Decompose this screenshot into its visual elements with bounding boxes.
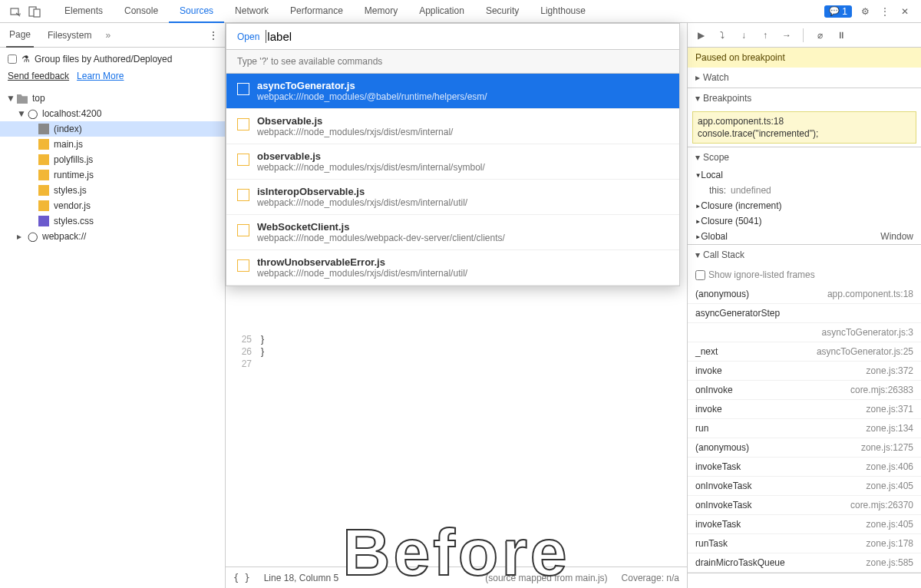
stack-frame[interactable]: onInvokeTaskcore.mjs:26370 [688,496,921,515]
open-label: Open [237,31,259,42]
group-checkbox[interactable] [8,55,17,64]
tab-application[interactable]: Application [408,0,475,23]
gear-icon[interactable]: ⚙ [858,5,872,18]
tree-top[interactable]: ▼top [0,91,225,106]
stack-frame[interactable]: runzone.js:134 [688,419,921,438]
open-result-0[interactable]: asyncToGenerator.jswebpack:///node_modul… [226,74,679,109]
coverage: Coverage: n/a [622,573,679,583]
file-icon [38,124,49,134]
open-result-3[interactable]: isInteropObservable.jswebpack:///node_mo… [226,180,679,215]
tree-file-polyfills[interactable]: polyfills.js [0,152,225,167]
folder-icon [17,93,28,104]
stack-frame[interactable]: onInvokecore.mjs:26383 [688,381,921,400]
js-icon [38,200,49,211]
js-icon [38,185,49,196]
subtabs-overflow-icon[interactable]: » [105,30,111,41]
js-icon [38,154,49,165]
scope-global[interactable]: ▸ GlobalWindow [688,229,921,244]
tab-memory[interactable]: Memory [354,0,408,23]
open-input[interactable] [266,30,312,43]
ignore-frames[interactable]: Show ignore-listed frames [688,265,921,285]
tab-network[interactable]: Network [224,0,279,23]
code-content[interactable]: }} [261,333,264,358]
tab-sources[interactable]: Sources [169,0,224,23]
paused-banner: Paused on breakpoint [688,48,921,68]
messages-badge[interactable]: 💬 1 [824,5,852,18]
scope-local[interactable]: ▾ Local [688,167,921,183]
open-result-1[interactable]: Observable.jswebpack:///node_modules/rxj… [226,109,679,144]
step-icon[interactable]: → [780,28,794,42]
js-icon [38,170,49,180]
flask-icon: ⚗ [21,54,30,64]
step-over-icon[interactable]: ⤵ [715,28,729,42]
cursor-position: Line 18, Column 5 [264,573,338,583]
watch-header[interactable]: ▸ Watch [688,68,921,88]
stack-frame[interactable]: _nextasyncToGenerator.js:25 [688,342,921,362]
stack-frame[interactable]: (anonymous)zone.js:1275 [688,438,921,458]
stack-frame[interactable]: drainMicroTaskQueuezone.js:585 [688,553,921,573]
tree-file-runtime[interactable]: runtime.js [0,167,225,183]
stack-frame[interactable]: invokeTaskzone.js:405 [688,515,921,534]
breakpoint-item[interactable]: app.component.ts:18 console.trace("incre… [692,111,916,144]
stack-frame[interactable]: invokezone.js:371 [688,400,921,419]
stack-frame[interactable]: (anonymous)app.component.ts:18 [688,285,921,304]
open-result-2[interactable]: observable.jswebpack:///node_modules/rxj… [226,144,679,180]
inspect-icon[interactable] [9,5,23,18]
main-tabs: Elements Console Sources Network Perform… [54,0,824,23]
scope-header[interactable]: ▾ Scope [688,147,921,167]
step-out-icon[interactable]: ↑ [758,28,772,42]
source-mapped: (source mapped from main.js) [485,573,607,583]
cloud-icon: ◯ [28,231,38,242]
resume-icon[interactable]: ▶ [694,28,708,42]
stack-frame[interactable]: runTaskzone.js:178 [688,534,921,553]
tab-console[interactable]: Console [114,0,169,23]
open-result-4[interactable]: WebSocketClient.jswebpack:///node_module… [226,215,679,250]
tree-file-index[interactable]: (index) [0,121,225,137]
open-result-5[interactable]: throwUnobservableError.jswebpack:///node… [226,250,679,286]
group-label: Group files by Authored/Deployed [35,54,172,64]
stack-frame[interactable]: invokezone.js:372 [688,362,921,381]
tab-elements[interactable]: Elements [54,0,114,23]
step-into-icon[interactable]: ↓ [737,28,751,42]
open-file-dialog: Open Type '?' to see available commands … [226,23,680,286]
scope-closure1[interactable]: ▸ Closure (increment) [688,198,921,213]
format-icon[interactable]: { } [233,573,250,583]
js-icon [38,139,49,150]
learn-link[interactable]: Learn More [77,71,124,81]
tree-file-main[interactable]: main.js [0,137,225,152]
scope-this: this:undefined [688,183,921,198]
tab-performance[interactable]: Performance [279,0,354,23]
more-icon[interactable]: ⋮ [878,5,892,18]
feedback-link[interactable]: Send feedback [8,71,69,81]
callstack-header[interactable]: ▾ Call Stack [688,245,921,265]
subtabs-more-icon[interactable]: ⋮ [209,30,219,41]
stack-frame[interactable]: asyncToGenerator.js:3 [688,323,921,342]
subtab-page[interactable]: Page [6,23,34,48]
pause-exc-icon[interactable]: ⏸ [834,28,848,42]
device-icon[interactable] [28,5,41,18]
tab-lighthouse[interactable]: Lighthouse [530,0,596,23]
tree-file-stylescss[interactable]: styles.css [0,213,225,229]
scope-closure2[interactable]: ▸ Closure (5041) [688,213,921,229]
subtab-filesystem[interactable]: Filesystem [45,24,94,47]
svg-rect-2 [34,9,40,17]
stack-frame[interactable]: asyncGeneratorStep [688,304,921,323]
tree-webpack[interactable]: ▸◯webpack:// [0,229,225,244]
open-hint: Type '?' to see available commands [226,49,679,74]
css-icon [38,216,49,226]
close-icon[interactable]: ✕ [898,5,912,18]
tree-file-stylesjs[interactable]: styles.js [0,183,225,198]
tree-file-vendor[interactable]: vendor.js [0,198,225,213]
breakpoints-header[interactable]: ▾ Breakpoints [688,88,921,108]
stack-frame[interactable]: invokeTaskzone.js:406 [688,458,921,477]
tree-host[interactable]: ▼◯localhost:4200 [0,106,225,121]
stack-frame[interactable]: onInvokeTaskzone.js:405 [688,477,921,496]
cloud-icon: ◯ [28,108,38,119]
tab-security[interactable]: Security [475,0,530,23]
deactivate-bp-icon[interactable]: ⌀ [813,28,827,42]
